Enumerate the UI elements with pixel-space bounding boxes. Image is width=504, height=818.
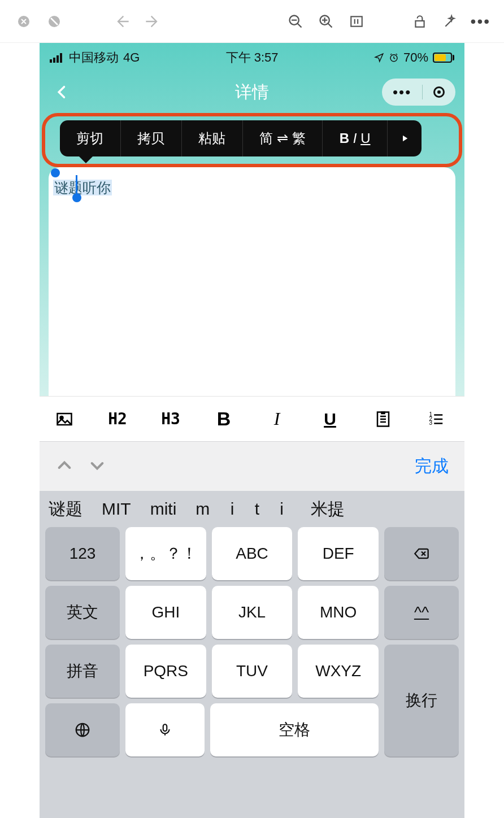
battery-icon <box>433 53 454 63</box>
key-pqrs[interactable]: PQRS <box>125 645 206 698</box>
window-toolbar: ••• <box>0 0 504 43</box>
key-jkl[interactable]: JKL <box>212 586 293 639</box>
keyboard: 谜题 MIT miti m i t i 米提 123 ，。？！ ABC DEF … <box>40 491 464 818</box>
forward-icon[interactable] <box>142 11 163 32</box>
candidate-item[interactable]: MIT <box>102 499 131 519</box>
checklist-button[interactable] <box>365 405 401 433</box>
key-space[interactable]: 空格 <box>210 703 379 756</box>
miniprogram-capsule[interactable]: ••• <box>382 79 455 106</box>
key-emoji[interactable]: ^^ <box>384 586 459 639</box>
svg-rect-21 <box>163 724 167 731</box>
key-backspace[interactable] <box>384 527 459 580</box>
close-tab-icon[interactable] <box>14 11 34 32</box>
ordered-list-button[interactable]: 123 <box>418 405 454 433</box>
heading3-button[interactable]: H3 <box>153 405 189 433</box>
next-field-button[interactable] <box>88 456 106 477</box>
candidate-item[interactable]: miti <box>150 499 177 519</box>
no-entry-icon[interactable] <box>44 11 64 32</box>
page-title: 详情 <box>235 81 269 104</box>
more-menu-icon[interactable]: ••• <box>471 12 490 31</box>
key-tuv[interactable]: TUV <box>212 645 293 698</box>
key-abc[interactable]: ABC <box>212 527 293 580</box>
zoom-in-icon[interactable] <box>316 11 336 32</box>
key-enter[interactable]: 换行 <box>384 645 459 756</box>
network-label: 4G <box>123 50 140 65</box>
clock-label: 下午 3:57 <box>226 49 279 66</box>
prev-field-button[interactable] <box>55 456 73 477</box>
svg-text:3: 3 <box>429 420 433 426</box>
bold-button[interactable]: B <box>206 405 242 433</box>
key-punct[interactable]: ，。？！ <box>125 527 206 580</box>
svg-rect-6 <box>50 59 52 63</box>
svg-rect-9 <box>60 53 62 63</box>
back-button[interactable] <box>51 81 73 103</box>
key-mic[interactable] <box>125 703 205 756</box>
svg-rect-8 <box>57 55 59 63</box>
back-icon[interactable] <box>112 11 132 32</box>
magic-wand-icon[interactable] <box>440 11 460 32</box>
key-def[interactable]: DEF <box>298 527 379 580</box>
status-bar: 中国移动 4G 下午 3:57 70% <box>40 43 464 72</box>
candidate-item[interactable]: 米提 <box>311 498 345 521</box>
annotation-highlight: 剪切 拷贝 粘贴 简 ⇌ 繁 B I U <box>42 113 462 167</box>
heading2-button[interactable]: H2 <box>99 405 136 433</box>
lock-icon[interactable] <box>410 11 430 32</box>
content-card[interactable]: 谜题听你 <box>49 167 455 434</box>
editor-toolbar: H2 H3 B I U 123 <box>40 396 464 441</box>
key-ghi[interactable]: GHI <box>125 586 206 639</box>
key-mno[interactable]: MNO <box>298 586 379 639</box>
text-cursor <box>76 175 77 194</box>
location-icon <box>374 53 384 63</box>
ctx-convert-button[interactable]: 简 ⇌ 繁 <box>243 120 323 156</box>
svg-rect-7 <box>53 58 55 63</box>
capsule-close-icon[interactable] <box>433 86 445 98</box>
key-english[interactable]: 英文 <box>45 586 120 639</box>
text-context-menu: 剪切 拷贝 粘贴 简 ⇌ 繁 B I U <box>60 120 422 156</box>
battery-percent: 70% <box>403 50 428 65</box>
nav-bar: 详情 ••• <box>40 72 464 112</box>
svg-rect-4 <box>351 16 362 26</box>
carrier-label: 中国移动 <box>69 49 119 66</box>
ctx-more-button[interactable] <box>388 120 422 156</box>
selection-start-handle[interactable] <box>51 168 60 177</box>
key-123[interactable]: 123 <box>45 527 120 580</box>
alarm-icon <box>389 53 399 63</box>
editor-text[interactable]: 谜题听你 <box>53 179 112 197</box>
keyboard-accessory-bar: 完成 <box>40 441 464 491</box>
candidate-item[interactable]: 谜题 <box>49 498 82 521</box>
capsule-menu-icon[interactable]: ••• <box>393 85 411 99</box>
key-wxyz[interactable]: WXYZ <box>298 645 379 698</box>
key-pinyin[interactable]: 拼音 <box>45 645 120 698</box>
selection-end-handle[interactable] <box>72 193 81 202</box>
svg-rect-5 <box>415 20 424 27</box>
done-button[interactable]: 完成 <box>415 455 449 478</box>
ctx-biu-button[interactable]: B I U <box>323 120 388 156</box>
key-globe[interactable] <box>45 703 120 756</box>
underline-button[interactable]: U <box>312 405 348 433</box>
ctx-cut-button[interactable]: 剪切 <box>60 120 121 156</box>
candidate-item[interactable]: m i t i <box>195 499 292 519</box>
actual-size-icon[interactable] <box>346 11 367 32</box>
candidate-bar: 谜题 MIT miti m i t i 米提 <box>40 491 464 527</box>
phone-screenshot: 中国移动 4G 下午 3:57 70% 详情 ••• 剪切 拷贝 粘贴 简 ⇌ … <box>40 43 464 818</box>
signal-icon <box>50 53 64 63</box>
ctx-copy-button[interactable]: 拷贝 <box>121 120 182 156</box>
insert-image-button[interactable] <box>46 405 82 433</box>
ctx-paste-button[interactable]: 粘贴 <box>182 120 243 156</box>
zoom-out-icon[interactable] <box>285 11 306 32</box>
italic-button[interactable]: I <box>259 405 295 433</box>
